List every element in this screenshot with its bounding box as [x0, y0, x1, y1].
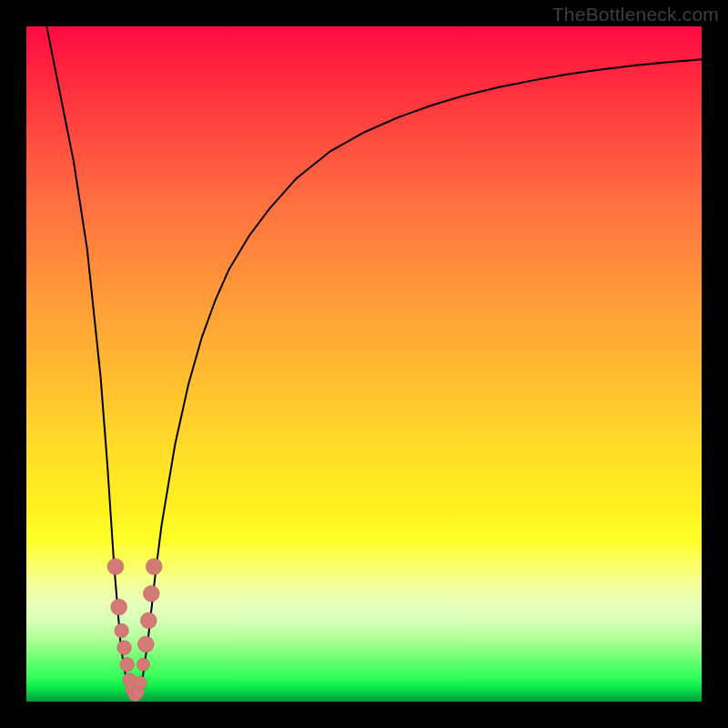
curve-layer	[26, 26, 702, 702]
marker-dot	[146, 559, 162, 575]
marker-dot	[140, 612, 157, 629]
marker-dot	[117, 641, 132, 655]
marker-dot	[143, 585, 159, 602]
plot-frame	[26, 26, 702, 702]
marker-dot	[115, 623, 129, 638]
marker-dot	[137, 636, 154, 652]
watermark-text: TheBottleneck.com	[552, 4, 719, 25]
marker-dot	[134, 676, 147, 689]
marker-dot	[120, 657, 135, 672]
marker-dot	[136, 658, 149, 671]
marker-dot	[107, 559, 124, 575]
marker-dot	[111, 599, 127, 615]
